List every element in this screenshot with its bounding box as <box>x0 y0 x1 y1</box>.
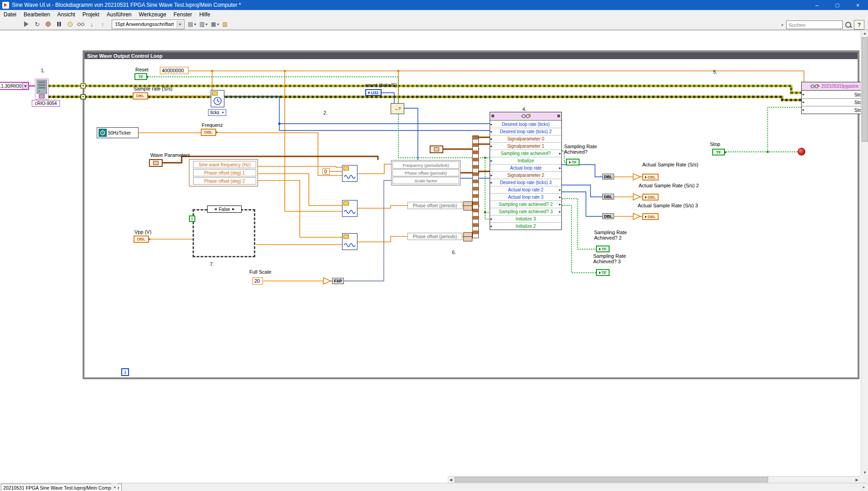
fpga-node-row[interactable]: Actual loop rate <box>490 164 561 171</box>
bundle-row[interactable]: Frequency (periods/tick) <box>392 161 459 169</box>
reset-label: Reset <box>135 67 149 72</box>
fpga-node-row[interactable]: Signalparameter 2 <box>490 171 561 179</box>
case-tunnel[interactable]: 0 <box>189 215 195 222</box>
ticker-vi-icon <box>99 129 107 137</box>
full-scale-constant[interactable]: 20 <box>253 277 263 285</box>
ticker-subvi[interactable]: 50HzTicker <box>97 127 139 138</box>
scroll-left-icon[interactable]: ◀ <box>447 476 454 483</box>
chip-icon <box>343 235 349 239</box>
cluster-row[interactable]: Phase offset (deg) 1 <box>193 169 256 176</box>
host-node-row[interactable]: Sto <box>802 106 868 114</box>
note-1: 1. <box>41 68 45 73</box>
sine-generator-vi-icon[interactable] <box>342 233 357 250</box>
wire-layer <box>0 0 868 491</box>
ticks-ring-selector[interactable]: ticks▼ <box>208 109 226 116</box>
loop-tunnel[interactable]: ▼ <box>80 83 86 89</box>
host-node-row[interactable]: Sto <box>802 98 868 106</box>
convert-vi-icon[interactable]: →? <box>391 103 404 114</box>
count-terminal[interactable]: U32 <box>365 89 382 96</box>
scroll-up-icon[interactable]: ▲ <box>861 30 868 37</box>
fpga-read-write-control-node[interactable]: Desired loop rate (ticks) Desired loop r… <box>490 112 562 230</box>
crio-device-icon[interactable] <box>35 79 48 99</box>
stop-terminal[interactable]: TF <box>712 149 725 155</box>
frequenz-terminal[interactable]: DBL <box>201 129 216 136</box>
actual-sample-rate-3-terminal[interactable]: DBL <box>642 213 659 220</box>
fpga-node-row[interactable]: Initialize 3 <box>490 215 561 222</box>
fpga-target-selector[interactable]: 8.1.30/RIO0 ▼ <box>0 82 29 90</box>
signal-parameter-bundle[interactable]: Frequency (periods/tick) Phase offset (p… <box>391 160 461 185</box>
loop-iteration-terminal[interactable]: i <box>121 368 129 376</box>
fpga-node-row[interactable]: Initialize <box>490 157 561 164</box>
fpga-node-row[interactable]: Initialize 2 <box>490 222 561 230</box>
wave-parameters-cluster-constant[interactable]: Sine wave frequency (Hz) Phase offset (d… <box>189 159 258 186</box>
case-prev-icon[interactable]: ◀ <box>214 207 216 211</box>
horizontal-scrollbar[interactable]: ◀ ▶ <box>447 476 861 483</box>
fpga-node-row[interactable]: Signalparameter 1 <box>490 142 561 150</box>
bundle-node-icon[interactable] <box>463 232 472 241</box>
fpga-node-row[interactable]: Desired loop rate (ticks) 3 <box>490 179 561 186</box>
chevron-down-icon: ▼ <box>22 83 28 89</box>
fpga-node-row[interactable]: Actual loop rate 2 <box>490 186 561 193</box>
sampling-rate-achieved-label: Sampling Rate Achieved? <box>564 144 604 155</box>
reset-terminal[interactable]: TF <box>134 73 147 80</box>
sampling-rate-achieved-3-terminal[interactable]: TF <box>596 269 610 276</box>
vertical-scroll-thumb[interactable] <box>862 37 868 142</box>
bundle-row[interactable]: Phase offset (periods) <box>392 169 459 176</box>
scroll-right-icon[interactable]: ▶ <box>853 476 860 483</box>
note-7: 7. <box>210 261 214 267</box>
actual-sample-rate-terminal[interactable]: DBL <box>642 174 659 180</box>
glasses-icon <box>521 114 531 119</box>
fpga-node-row[interactable]: Signalparameter 0 <box>490 135 561 142</box>
fpga-node-row[interactable]: Sampling rate achieved? 3 <box>490 208 561 215</box>
stop-button-constant[interactable] <box>798 148 805 155</box>
sampling-rate-achieved-3-label: Sampling Rate Achieved? 3 <box>593 253 635 264</box>
scroll-down-icon[interactable]: ▼ <box>861 469 868 476</box>
fpga-node-row[interactable]: Actual loop rate 3 <box>490 193 561 200</box>
count-label: count (ticks/S) <box>365 82 397 88</box>
sampling-rate-achieved-terminal[interactable]: TF <box>566 159 580 165</box>
wave-parameters-cluster-terminal[interactable] <box>149 159 163 167</box>
note-4: 4. <box>522 106 526 112</box>
chip-icon <box>343 201 349 205</box>
bundle-node-icon[interactable] <box>463 201 472 210</box>
bundle-row[interactable]: Scale factor <box>392 177 459 184</box>
case-structure[interactable] <box>193 209 255 257</box>
host-node-row[interactable]: Sto <box>802 90 868 98</box>
status-scroll-right-icon[interactable]: ▸ <box>861 484 867 491</box>
vertical-scrollbar[interactable]: ▲ ▼ <box>861 30 868 476</box>
vpp-terminal[interactable]: DBL <box>134 235 149 243</box>
case-selector[interactable]: ◀ False ▶ <box>207 205 242 213</box>
project-context-button[interactable]: 20210531 FPGA Sine Wave Test.lvproj/Mein… <box>1 484 122 491</box>
fpga-node-row[interactable]: Sampling rate achieved? 2 <box>490 200 561 208</box>
actual-sample-rate-2-terminal[interactable]: DBL <box>642 194 659 200</box>
fpga-node-row[interactable]: Desired loop rate (ticks) 2 <box>490 128 561 135</box>
sampling-rate-achieved-2-terminal[interactable]: TF <box>596 246 610 252</box>
sine-generator-vi-icon[interactable] <box>342 200 357 217</box>
status-scroll-left-icon[interactable]: ◂ <box>111 484 118 491</box>
cluster-row[interactable]: Sine wave frequency (Hz) <box>193 161 256 168</box>
dbl-coercion-node: DBL <box>602 174 614 180</box>
chip-icon <box>212 91 218 95</box>
clock-vi-icon[interactable] <box>211 90 224 107</box>
glasses-icon <box>810 84 819 89</box>
fpga-host-interface-node[interactable]: 20210531fpgasine Sto Sto Sto <box>801 82 868 114</box>
crio-device-label[interactable]: cRIO-9054 <box>32 100 60 107</box>
sine-generator-vi-icon[interactable] <box>342 165 357 182</box>
labview-window: Sine Wave UI.vi - Blockdiagramm von 2021… <box>0 0 868 491</box>
sample-rate-terminal[interactable]: DBL <box>133 92 148 100</box>
cluster-row[interactable]: Phase offset (deg) 2 <box>193 177 256 185</box>
case-next-icon[interactable]: ▶ <box>232 207 234 211</box>
cluster-merge-node[interactable] <box>472 135 479 238</box>
fpga-node-row[interactable]: Desired loop rate (ticks) <box>490 120 561 128</box>
dbl-coercion-node: DBL <box>602 194 614 200</box>
wave-parameters-label: Wave Parameters <box>150 152 190 158</box>
zero-constant[interactable]: 0 <box>322 168 330 175</box>
fpga-node-row[interactable]: Sampling rate achieved? <box>490 150 561 157</box>
actual-sample-rate-2-label: Actual Sample Rate (S/s) 2 <box>639 183 699 188</box>
phase-offset-element-label[interactable]: Phase offset (periods) <box>407 202 462 209</box>
clock-constant[interactable]: 40000000 <box>160 67 188 74</box>
horizontal-scroll-thumb[interactable] <box>455 477 768 482</box>
cluster-constant-terminal[interactable] <box>430 145 443 153</box>
loop-tunnel[interactable]: ▼ <box>80 94 86 100</box>
phase-offset-element-label[interactable]: Phase offset (periods) <box>407 233 462 240</box>
